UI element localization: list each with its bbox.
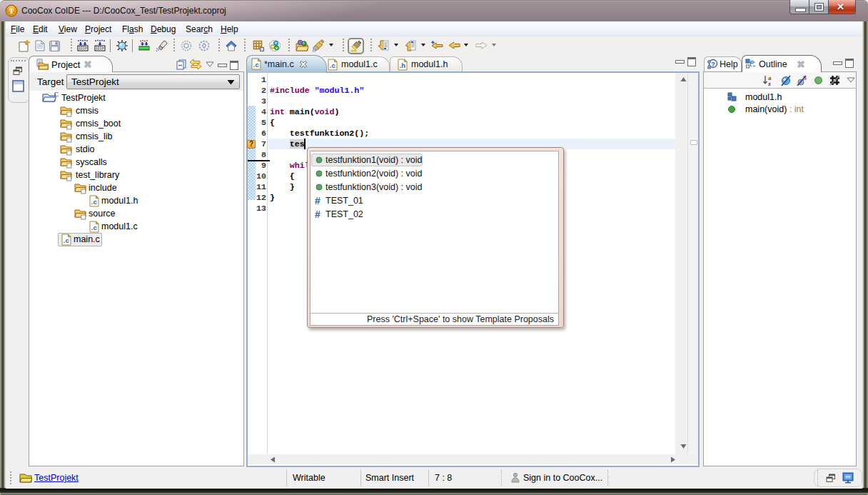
svg-text:z: z [768,80,771,87]
svg-text:C: C [54,91,59,98]
svg-text:?: ? [711,61,715,68]
svg-text:.h: .h [400,61,406,69]
svg-text:I: I [10,6,13,15]
